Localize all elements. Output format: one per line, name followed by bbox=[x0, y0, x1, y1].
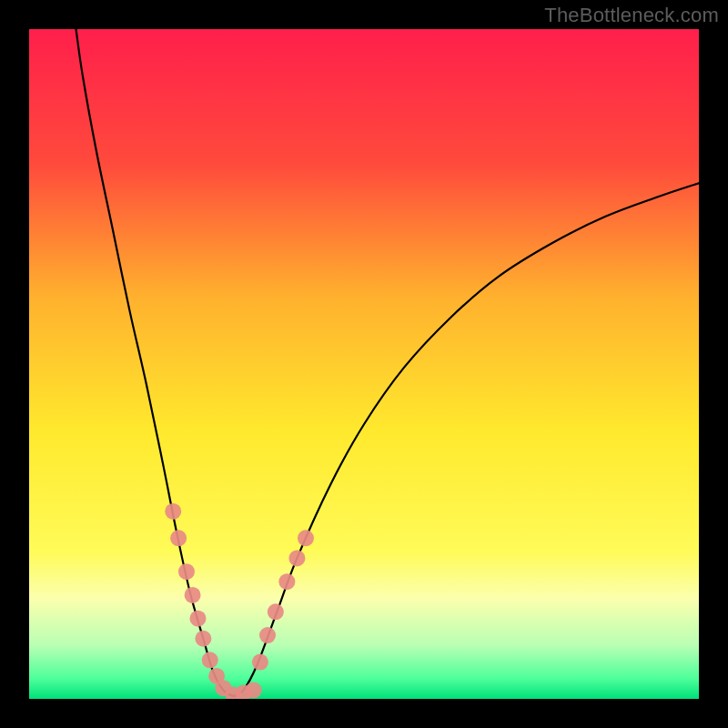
gradient-background bbox=[29, 29, 699, 699]
chart-svg bbox=[29, 29, 699, 699]
marker-point bbox=[288, 550, 305, 566]
marker-point bbox=[252, 654, 268, 671]
marker-point bbox=[268, 603, 284, 620]
marker-point bbox=[178, 563, 195, 580]
marker-point bbox=[165, 503, 181, 520]
plot-area bbox=[29, 29, 699, 699]
marker-point bbox=[170, 530, 187, 546]
marker-point bbox=[259, 627, 276, 643]
marker-point bbox=[195, 631, 211, 647]
marker-point bbox=[189, 611, 206, 627]
marker-point bbox=[298, 530, 314, 546]
marker-point bbox=[202, 652, 218, 668]
marker-point bbox=[185, 587, 201, 603]
watermark-text: TheBottleneck.com bbox=[544, 4, 719, 27]
marker-point bbox=[246, 682, 262, 698]
chart-frame: TheBottleneck.com bbox=[0, 0, 728, 728]
marker-point bbox=[278, 573, 295, 590]
